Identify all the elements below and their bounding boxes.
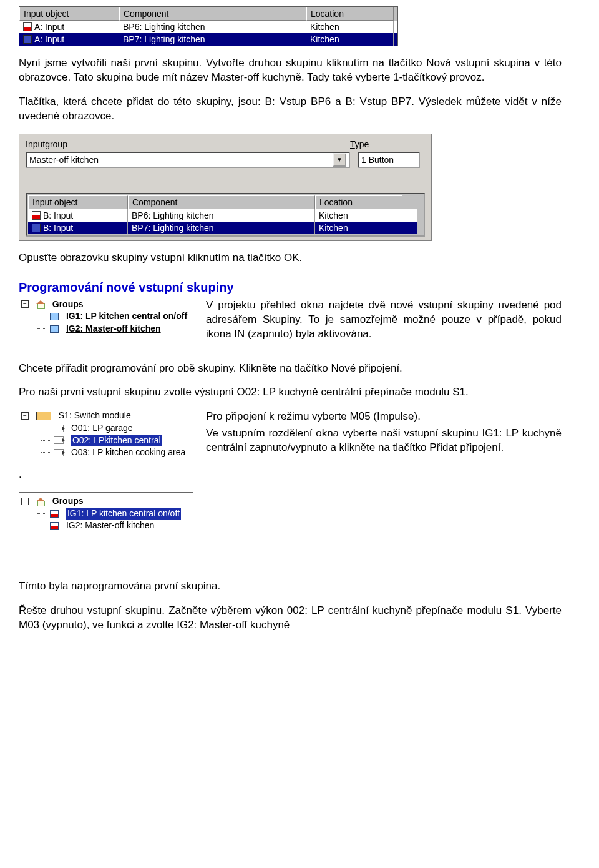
- chevron-down-icon[interactable]: ▼: [333, 153, 346, 167]
- input-icon: [32, 224, 41, 232]
- tree-groups-2: − Groups IG1: LP kitchen central on/off …: [19, 495, 562, 532]
- inputgroup-panel: Inputgroup Type Master-off kitchen ▼ 1 B…: [19, 134, 432, 241]
- tree-switch-module: − S1: Switch module O01: LP garage O02: …: [19, 410, 193, 458]
- hdr-location[interactable]: Location: [306, 7, 394, 21]
- group-icon: [50, 522, 59, 530]
- collapse-icon[interactable]: −: [21, 412, 29, 420]
- ui-table-A: Input object Component Location A: Input…: [19, 6, 398, 46]
- module-icon: [36, 412, 51, 420]
- tree-node-s1[interactable]: − S1: Switch module: [19, 410, 193, 422]
- hdr-input-object[interactable]: Input object: [28, 195, 128, 209]
- house-icon: [36, 300, 45, 308]
- label-type: Type: [350, 139, 425, 149]
- cell: BP7: Lighting kitchen: [123, 34, 205, 44]
- cell: B: Input: [43, 210, 73, 220]
- table-row[interactable]: B: Input BP6: Lighting kitchen Kitchen: [28, 209, 417, 222]
- paragraph: Tlačítka, která chcete přidat do této sk…: [19, 95, 562, 124]
- combo-value: Master-off kitchen: [29, 155, 333, 165]
- tree-item-o02[interactable]: O02: LPkitchen central: [19, 435, 193, 447]
- group-icon: [50, 313, 59, 320]
- tree-node-groups[interactable]: − Groups: [19, 298, 193, 311]
- paragraph: Nyní jsme vytvořili naši první skupinu. …: [19, 56, 562, 85]
- paragraph: Pro připojení k režimu vyberte M05 (Impu…: [206, 410, 562, 424]
- paragraph: Chcete přiřadit programování pro obě sku…: [19, 362, 562, 376]
- group-icon: [50, 510, 59, 518]
- tree-item-ig1[interactable]: IG1: LP kitchen central on/off: [19, 310, 193, 323]
- input-icon: [23, 22, 32, 31]
- section-heading: Programování nové vstupní skupiny: [19, 280, 562, 295]
- cell: Kitchen: [310, 22, 339, 32]
- output-icon: [54, 425, 64, 432]
- cell: B: Input: [43, 223, 73, 233]
- cell: BP7: Lighting kitchen: [132, 223, 214, 233]
- tree-groups-1: − Groups IG1: LP kitchen central on/off …: [19, 298, 193, 335]
- cell: BP6: Lighting kitchen: [132, 210, 214, 220]
- input-icon: [23, 35, 32, 44]
- tree-item-o03[interactable]: O03: LP kitchen cooking area: [19, 446, 193, 459]
- hdr-input-object[interactable]: Input object: [19, 7, 119, 21]
- table-row[interactable]: B: Input BP7: Lighting kitchen Kitchen: [28, 222, 417, 234]
- inputgroup-combo[interactable]: Master-off kitchen ▼: [26, 152, 350, 168]
- paragraph: Řešte druhou vstupní skupinu. Začněte vý…: [19, 604, 562, 633]
- paragraph: .: [19, 468, 562, 482]
- paragraph: Tímto byla naprogramována první skupina.: [19, 579, 562, 594]
- type-field[interactable]: 1 Button: [358, 152, 420, 168]
- hdr-component[interactable]: Component: [119, 7, 306, 21]
- tree-item-o01[interactable]: O01: LP garage: [19, 422, 193, 435]
- paragraph: Pro naši první vstupní skupinu zvolte vý…: [19, 385, 562, 400]
- cell: A: Input: [34, 34, 64, 44]
- tree-node-groups[interactable]: − Groups: [19, 495, 562, 508]
- collapse-icon[interactable]: −: [21, 498, 29, 505]
- collapse-icon[interactable]: −: [21, 300, 29, 308]
- hdr-component[interactable]: Component: [128, 195, 315, 209]
- table-row[interactable]: A: Input BP6: Lighting kitchen Kitchen: [19, 21, 397, 33]
- house-icon: [36, 498, 45, 505]
- separator: [19, 492, 193, 493]
- table-row[interactable]: A: Input BP7: Lighting kitchen Kitchen: [19, 33, 397, 46]
- tree-item-ig2[interactable]: IG2: Master-off kitchen: [19, 520, 562, 532]
- paragraph: V projektu přehled okna najdete dvě nové…: [206, 298, 562, 342]
- type-value: 1 Button: [361, 155, 416, 165]
- cell: A: Input: [34, 22, 64, 32]
- tree-item-ig1[interactable]: IG1: LP kitchen central on/off: [19, 508, 562, 520]
- cell: BP6: Lighting kitchen: [123, 22, 205, 32]
- ui-table-B-wrap: Input object Component Location B: Input…: [26, 193, 425, 237]
- cell: Kitchen: [319, 223, 348, 233]
- label-inputgroup: Inputgroup: [26, 139, 350, 149]
- output-icon: [54, 449, 64, 456]
- paragraph: Opusťte obrazovku skupiny vstupní kliknu…: [19, 251, 562, 265]
- output-icon: [54, 436, 64, 444]
- group-icon: [50, 325, 59, 333]
- input-icon: [32, 211, 41, 220]
- paragraph: Ve vstupním rozdělení okna vyberte naši …: [206, 427, 562, 455]
- hdr-location[interactable]: Location: [315, 195, 402, 209]
- tree-item-ig2[interactable]: IG2: Master-off kitchen: [19, 323, 193, 335]
- cell: Kitchen: [319, 210, 348, 220]
- cell: Kitchen: [310, 34, 339, 44]
